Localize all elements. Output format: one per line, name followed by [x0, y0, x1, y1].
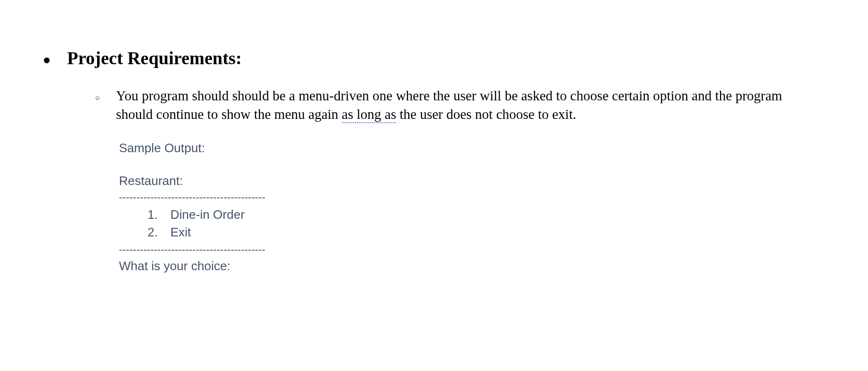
- requirement-row: ○ You program should should be a menu-dr…: [43, 87, 868, 124]
- menu-item-number: 2.: [148, 224, 170, 242]
- menu-item-text: Exit: [170, 224, 191, 242]
- sample-output-label: Sample Output:: [119, 139, 868, 157]
- bullet-icon: ●: [43, 53, 51, 67]
- list-item: 2. Exit: [148, 224, 868, 242]
- menu-item-number: 1.: [148, 206, 170, 224]
- menu-item-text: Dine-in Order: [170, 206, 245, 224]
- paragraph-text-after: the user does not choose to exit.: [396, 107, 576, 122]
- list-item: 1. Dine-in Order: [148, 206, 868, 224]
- heading-row: ● Project Requirements:: [43, 48, 868, 68]
- sample-output-block: Sample Output: Restaurant: -------------…: [43, 139, 868, 275]
- divider-top: ----------------------------------------…: [119, 191, 868, 204]
- circle-bullet-icon: ○: [95, 94, 100, 102]
- choice-prompt: What is your choice:: [119, 257, 868, 275]
- grammar-underline-text: as long as: [342, 107, 396, 123]
- section-heading: Project Requirements:: [67, 48, 242, 68]
- requirement-paragraph: You program should should be a menu-driv…: [116, 87, 820, 124]
- restaurant-label: Restaurant:: [119, 172, 868, 190]
- menu-list: 1. Dine-in Order 2. Exit: [119, 206, 868, 242]
- divider-bottom: ----------------------------------------…: [119, 244, 868, 256]
